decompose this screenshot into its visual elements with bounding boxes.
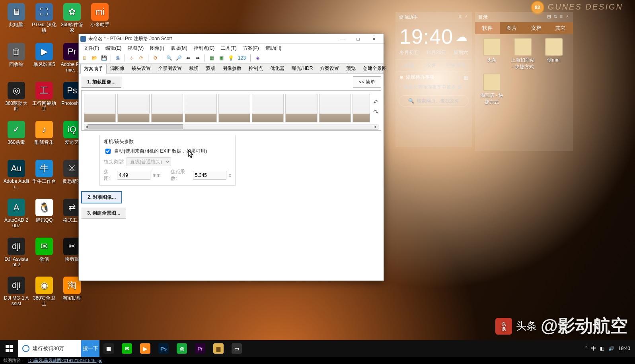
source-thumbnail[interactable]	[84, 94, 116, 122]
dir-collapse-icon[interactable]: ＾	[565, 14, 570, 21]
close-button[interactable]: ✕	[366, 35, 382, 43]
sort-icon[interactable]: ⇅	[553, 14, 557, 21]
auto-exif-checkbox[interactable]	[105, 149, 111, 154]
source-thumbnail[interactable]	[285, 94, 317, 122]
dir-file[interactable]: 上海招商站 - 快捷方式	[510, 38, 536, 70]
news-item[interactable]: 秦美女老师深夜车中被杀 多...	[399, 82, 468, 92]
open-icon[interactable]: 📂	[90, 54, 99, 62]
source-thumbnail[interactable]	[252, 94, 284, 122]
desktop-icon[interactable]: ▶暴风影音5	[31, 43, 57, 67]
source-thumbnail[interactable]	[117, 94, 149, 122]
menu-item[interactable]: 文件(F)	[80, 44, 102, 52]
source-thumbnail[interactable]	[319, 94, 351, 122]
dir-tab[interactable]: 图片	[500, 22, 524, 34]
app-tab[interactable]: 蒙版	[202, 64, 219, 74]
tb-baofeng[interactable]: ▶	[136, 340, 154, 357]
calendar-icon[interactable]: ▦	[464, 75, 468, 80]
tb-folder[interactable]: ▆	[209, 340, 228, 357]
collapse-icon[interactable]: ＾	[464, 14, 469, 21]
desktop-icon[interactable]: ✿360软件管家	[59, 3, 85, 33]
menu-item[interactable]: 控制点(C)	[191, 44, 218, 52]
scroll-thumb[interactable]	[88, 124, 183, 129]
tb-explorer[interactable]: ▭	[228, 340, 246, 357]
menu-item[interactable]: 方案(P)	[240, 44, 262, 52]
lens-type-select[interactable]: 直线(普通镜头)	[127, 157, 171, 166]
tray-time[interactable]: 19:40	[618, 346, 630, 351]
source-thumbnail[interactable]	[151, 94, 183, 122]
app-tab[interactable]: 裁切	[185, 64, 202, 74]
source-thumbnail[interactable]	[185, 94, 216, 122]
load-images-button[interactable]: 1. 加载图像...	[81, 76, 121, 88]
tb-calculator[interactable]: ▦	[99, 340, 118, 357]
app-tab[interactable]: 创建全景图	[359, 64, 390, 74]
number-icon[interactable]: 123	[236, 54, 248, 62]
dir-file[interactable]: 头条	[479, 38, 504, 70]
app-tab[interactable]: 曝光/HDR	[288, 64, 316, 74]
desktop-icon[interactable]: AAutoCAD 2007	[3, 199, 29, 228]
app-tab[interactable]: 方案助手	[80, 64, 107, 74]
desktop-icon[interactable]: 🖥此电脑	[3, 3, 29, 27]
tb-photoshop[interactable]: Ps	[154, 340, 173, 357]
desktop-icon[interactable]: 🗑回收站	[3, 43, 29, 67]
tray-ime-icon[interactable]: 中	[591, 345, 596, 352]
zoomout-icon[interactable]: 🔎	[174, 54, 183, 62]
app-tab[interactable]: 预览	[343, 64, 359, 74]
align-images-button[interactable]: 2. 对准图像...	[81, 191, 122, 203]
rotate-ccw-icon[interactable]: ↶	[373, 99, 378, 106]
titlebar[interactable]: 未命名 * - PTGui Pro 注册给 John Scott — □ ✕	[79, 34, 384, 44]
tb-browser[interactable]: ◎	[173, 340, 191, 357]
app-tab[interactable]: 图像参数	[219, 64, 245, 74]
idea-icon[interactable]: 💡	[226, 54, 235, 62]
assist-link[interactable]: □桌面	[402, 62, 414, 69]
tb-premiere[interactable]: Pr	[191, 340, 209, 357]
desktop-icon[interactable]: djiDJI MG-1 Assist	[3, 277, 29, 306]
print-icon[interactable]: 🖶	[113, 54, 122, 62]
new-icon[interactable]: 🗎	[80, 54, 89, 62]
menu-icon[interactable]: ≡	[459, 14, 462, 21]
project-icon[interactable]: ▣	[217, 54, 226, 62]
app-tab[interactable]: 镜头设置	[128, 64, 154, 74]
start-button[interactable]	[0, 340, 18, 357]
app-tab[interactable]: 方案设置	[316, 64, 343, 74]
save-icon[interactable]: 💾	[99, 54, 108, 62]
dir-tab[interactable]: 文档	[524, 22, 549, 34]
add-todo-button[interactable]: ⊕ 添加待办事项 ▦	[399, 74, 468, 81]
scroll-right-icon[interactable]: ►	[373, 124, 378, 129]
mult-input[interactable]	[193, 171, 226, 180]
assist-link[interactable]: ○文件	[424, 62, 436, 69]
simple-mode-button[interactable]: << 简单	[353, 76, 381, 88]
assist-link[interactable]: ▤快资讯	[446, 62, 466, 69]
desktop-icon[interactable]: ◎360驱动大师	[3, 82, 29, 112]
desktop-icon[interactable]: ✉微信	[31, 238, 57, 262]
tray-sound-icon[interactable]: 🔊	[608, 346, 614, 351]
assist-search[interactable]: 🔍 搜索网页、查找文件	[399, 95, 469, 106]
taskbar-search[interactable]: 建行被罚30万	[18, 340, 81, 357]
optimize-icon[interactable]: ⟳	[137, 54, 146, 62]
dir-tab[interactable]: 软件	[475, 22, 500, 34]
tray-up-icon[interactable]: ˄	[585, 346, 587, 351]
dir-file[interactable]: 侧mini	[541, 38, 567, 70]
back-icon[interactable]: ⬅	[184, 54, 193, 62]
focal-input[interactable]	[117, 171, 150, 180]
app-tab[interactable]: 控制点	[245, 64, 267, 74]
desktop-icon[interactable]: 🐧腾讯QQ	[31, 199, 57, 223]
menu-item[interactable]: 帮助(H)	[262, 44, 285, 52]
source-thumbnail[interactable]	[218, 94, 250, 122]
menu-item[interactable]: 视图(V)	[125, 44, 147, 52]
app-tab[interactable]: 优化器	[267, 64, 288, 74]
desktop-icon[interactable]: ⛶PTGui 汉化版	[31, 3, 57, 33]
desktop-icon[interactable]: 工工行网银助手	[31, 82, 57, 112]
zoomin-icon[interactable]: 🔍	[165, 54, 173, 62]
source-thumbnail[interactable]	[353, 94, 370, 122]
menu-item[interactable]: 编辑(E)	[102, 44, 125, 52]
tray-net-icon[interactable]: ◧	[600, 346, 604, 351]
taskbar-search-go[interactable]: 搜一下	[81, 340, 99, 357]
controlpoint-icon[interactable]: ⊹	[127, 54, 136, 62]
grid-icon[interactable]: ▦	[207, 54, 216, 62]
app-tab[interactable]: 源图像	[107, 64, 128, 74]
view-icon[interactable]: ⊞	[547, 14, 551, 21]
create-panorama-button[interactable]: 3. 创建全景图...	[81, 207, 126, 219]
minimize-button[interactable]: —	[334, 35, 350, 43]
desktop-icon[interactable]: ♪酷我音乐	[31, 121, 57, 145]
dir-file[interactable]: 淘宝店 - 快捷方式	[479, 74, 504, 106]
